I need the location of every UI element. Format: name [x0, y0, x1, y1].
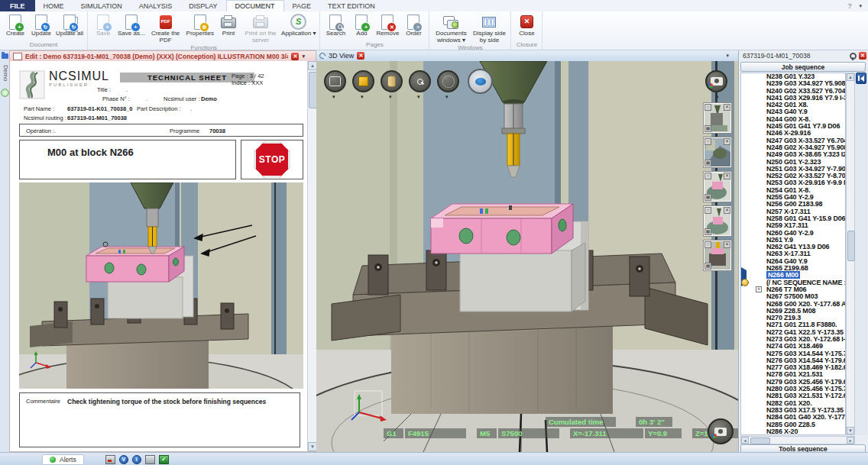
zoom-button[interactable] [409, 70, 431, 92]
view-mode-button[interactable] [324, 70, 346, 92]
scroll-down-icon[interactable]: ▼ [847, 427, 854, 434]
solid-view-caret[interactable]: ▾ [361, 94, 364, 100]
ribbon-tab-text-edition[interactable]: TEXT EDITION [319, 0, 384, 11]
globe-icon [475, 78, 486, 86]
thumb-grid-icon[interactable]: ▦ [704, 263, 711, 270]
gcode-line[interactable]: N260 G40 Y-2.9 [741, 230, 845, 237]
thumb-close-icon[interactable]: ✕ [724, 173, 730, 179]
gcode-list[interactable]: N238 G01 Y.323N239 G03 X34.927 Y5.908N24… [740, 73, 846, 435]
thumb-zoom-icon[interactable]: ○ [704, 241, 711, 248]
update-button[interactable]: ↻Update [28, 12, 54, 37]
thumb-close-icon[interactable]: ✕ [724, 138, 730, 145]
remove-button[interactable]: ✕Remove [374, 12, 400, 37]
print-button[interactable]: Print [215, 12, 241, 37]
properties-button[interactable]: ⚙Properties [185, 12, 215, 37]
print-on-the-server-button[interactable]: Print on the server [241, 12, 280, 44]
close-button[interactable]: ✕Close [513, 12, 539, 37]
thumb-zoom-icon[interactable]: ○ [704, 207, 711, 214]
thumb-close-icon[interactable]: ✕ [724, 104, 730, 111]
documents-windows-button[interactable]: Documents windows ▾ [432, 12, 470, 44]
snapshot-thumbnail-5[interactable]: ○ ✕ ▦ [703, 240, 732, 271]
snapshot-thumbnail-1[interactable]: ○ ✕ ▦ [703, 102, 732, 134]
viewer-tab-label[interactable]: 3D View [329, 52, 354, 60]
selection-caret[interactable]: ▾ [445, 94, 449, 100]
pin-icon[interactable] [850, 53, 857, 60]
ribbon-collapse-icon[interactable]: ▾ [859, 3, 862, 9]
help-icon[interactable]: ? [847, 2, 851, 10]
ok-status-icon[interactable]: ✓ [159, 455, 169, 464]
folder-icon[interactable] [2, 53, 8, 59]
scroll-right-icon[interactable]: ▸ [847, 437, 854, 444]
refresh-view-button[interactable] [468, 69, 493, 94]
create-the-pdf-button[interactable]: PDFCreate the PDF [147, 12, 185, 44]
viewer-close-icon[interactable]: ✕ [357, 52, 364, 60]
alerts-chip[interactable]: Alerts [42, 454, 84, 465]
scroll-up-icon[interactable]: ▲ [847, 73, 854, 81]
machine-3d-scene [316, 61, 738, 452]
gcode-vertical-scrollbar[interactable]: ▲ ▼ [846, 73, 855, 435]
thumb-grid-icon[interactable]: ▦ [704, 194, 711, 201]
go-to-first-button[interactable] [856, 73, 866, 84]
save-as--button[interactable]: +Save as... [116, 12, 147, 37]
version-icon[interactable]: V [119, 455, 128, 464]
ribbon-tab-simulation[interactable]: SIMULATION [73, 0, 131, 11]
zoom-caret[interactable]: ▾ [417, 94, 420, 100]
document-close-icon[interactable]: ✕ [291, 53, 299, 60]
ribbon-tab-file[interactable]: FILE [0, 0, 35, 11]
page-save-icon: + [97, 15, 109, 30]
page-order-icon: ≡ [407, 15, 419, 30]
display-icon[interactable] [145, 455, 155, 464]
thumb-close-icon[interactable]: ✕ [724, 207, 730, 214]
technical-sheet-page[interactable]: NCSIMUL PUBLISHER TECHNICAL SHEET Page :… [10, 61, 307, 451]
ribbon: +Create↻Update↻Update allDocument+Save+S… [0, 11, 868, 50]
gcode-horizontal-scrollbar[interactable]: ◂ ▸ [740, 436, 855, 444]
thumb-zoom-icon[interactable]: ○ [704, 173, 711, 179]
job-sequence-header[interactable]: Job sequence [740, 62, 866, 72]
search-button[interactable]: Search [322, 12, 348, 37]
display-side-by-side-button[interactable]: Display side by side [470, 12, 508, 44]
thumb-grid-icon[interactable]: ▦ [704, 160, 711, 166]
comment-box[interactable]: Commentaire Check tightening torque of t… [19, 392, 300, 447]
viewer-menu-caret[interactable]: ▾ [726, 53, 738, 59]
solid-view-button[interactable] [352, 70, 374, 92]
scroll-thumb[interactable] [847, 231, 855, 261]
snapshot-thumbnail-2[interactable]: ○ ✕ ▦ [703, 137, 732, 168]
update-all-button[interactable]: ↻Update all [54, 12, 85, 37]
thumb-grid-icon[interactable]: ▦ [704, 228, 711, 235]
order-button[interactable]: ≡Order [400, 12, 426, 37]
expand-icon[interactable]: + [756, 286, 762, 292]
ribbon-tab-document[interactable]: DOCUMENT [226, 0, 284, 11]
save-button[interactable]: +Save [90, 12, 116, 37]
snapshot-thumbnail-4[interactable]: ○ ✕ ▦ [703, 205, 732, 237]
machine-3d-viewport[interactable]: ▾ ▾ ▾ ▾ ▾ ▲ ○ ✕ ▦ ○ ✕ ▦ ○ ✕ [316, 61, 738, 452]
snapshot-thumbnail-3[interactable]: ○ ✕ ▦ [703, 171, 732, 202]
document-menu-caret[interactable]: ▾ [302, 53, 316, 60]
add-button[interactable]: +Add [348, 12, 374, 37]
info-icon[interactable]: i [132, 455, 141, 464]
ribbon-tab-display[interactable]: DISPLAY [180, 0, 225, 11]
ribbon-tab-analysis[interactable]: ANALYSIS [131, 0, 180, 11]
snapshot-button[interactable] [705, 70, 727, 92]
recycle-icon[interactable] [1, 89, 9, 97]
scroll-left-icon[interactable]: ◂ [741, 437, 749, 444]
selection-button[interactable] [437, 70, 459, 92]
create-button[interactable]: +Create [2, 12, 28, 37]
ribbon-tab-home[interactable]: HOME [35, 0, 73, 11]
ribbon-group-closure: ✕CloseClosure [511, 11, 542, 50]
thumb-zoom-icon[interactable]: ○ [704, 138, 711, 145]
thumb-close-icon[interactable]: ✕ [724, 241, 730, 248]
gcode-line[interactable]: N286 X-20 [741, 428, 845, 435]
thumb-zoom-icon[interactable]: ○ [704, 104, 711, 111]
snapshot-caret[interactable]: ▲ [714, 93, 720, 98]
thumb-grid-icon[interactable]: ▦ [704, 125, 711, 132]
record-camera-button[interactable] [708, 418, 734, 444]
machine-monitor-icon[interactable] [105, 455, 115, 464]
scroll-thumb[interactable] [750, 438, 770, 444]
demo-tab[interactable]: Demo [0, 65, 9, 81]
stock-view-button[interactable] [381, 70, 403, 92]
ribbon-tab-page[interactable]: PAGE [284, 0, 319, 11]
stock-view-caret[interactable]: ▾ [389, 94, 392, 100]
view-mode-caret[interactable]: ▾ [332, 94, 335, 100]
panel-close-icon[interactable]: ✕ [859, 52, 866, 60]
application-button[interactable]: SApplication ▾ [280, 12, 317, 37]
